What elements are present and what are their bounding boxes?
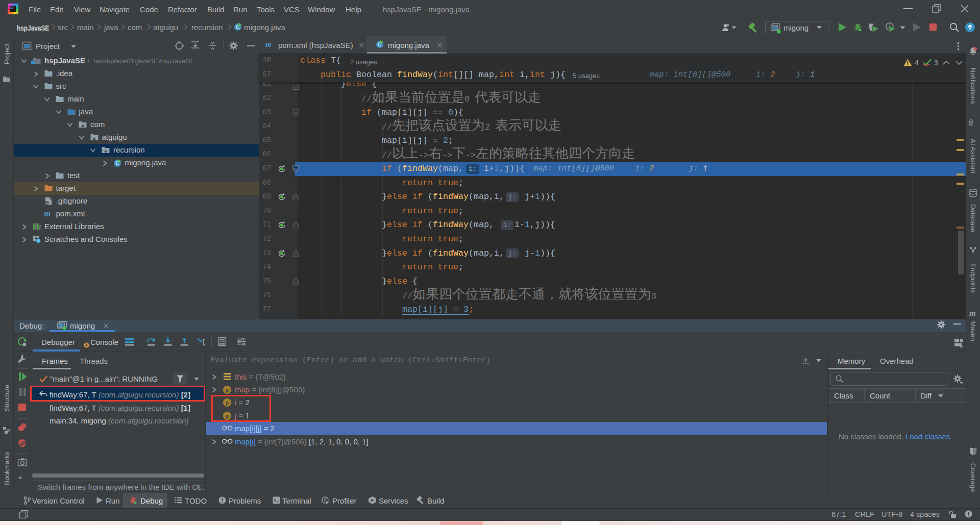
svg-text:p: p xyxy=(226,387,229,393)
